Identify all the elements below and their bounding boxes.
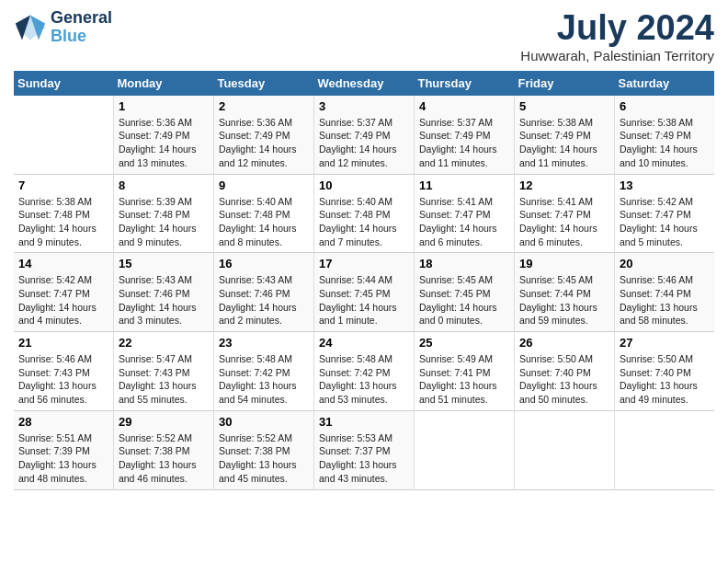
title-area: July 2024 Huwwarah, Palestinian Territor… [520,9,714,63]
week-row-1: 1Sunrise: 5:36 AM Sunset: 7:49 PM Daylig… [14,96,714,174]
day-info: Sunrise: 5:46 AM Sunset: 7:43 PM Dayligh… [18,352,108,407]
calendar-cell: 19Sunrise: 5:45 AM Sunset: 7:44 PM Dayli… [515,253,615,332]
day-number: 20 [620,257,710,270]
calendar-subtitle: Huwwarah, Palestinian Territory [520,48,714,63]
day-info: Sunrise: 5:51 AM Sunset: 7:39 PM Dayligh… [18,431,108,486]
calendar-cell: 13Sunrise: 5:42 AM Sunset: 7:47 PM Dayli… [615,174,714,253]
logo: General Blue [14,9,112,46]
day-info: Sunrise: 5:45 AM Sunset: 7:45 PM Dayligh… [419,273,509,327]
calendar-cell [414,410,514,489]
calendar-cell: 1Sunrise: 5:36 AM Sunset: 7:49 PM Daylig… [113,96,213,174]
calendar-cell: 17Sunrise: 5:44 AM Sunset: 7:45 PM Dayli… [313,253,414,332]
day-number: 23 [219,336,309,350]
day-number: 12 [519,178,609,192]
day-info: Sunrise: 5:43 AM Sunset: 7:46 PM Dayligh… [219,273,309,327]
day-number: 21 [18,336,108,350]
page-header: General Blue July 2024 Huwwarah, Palesti… [14,9,714,63]
day-info: Sunrise: 5:52 AM Sunset: 7:38 PM Dayligh… [119,431,209,486]
calendar-cell: 4Sunrise: 5:37 AM Sunset: 7:49 PM Daylig… [414,96,514,174]
header-sunday: Sunday [14,71,113,96]
day-number: 24 [319,336,409,350]
day-number: 13 [620,178,710,192]
week-row-4: 21Sunrise: 5:46 AM Sunset: 7:43 PM Dayli… [14,332,714,411]
day-number: 4 [419,99,509,113]
calendar-cell: 5Sunrise: 5:38 AM Sunset: 7:49 PM Daylig… [515,96,615,174]
calendar-cell: 2Sunrise: 5:36 AM Sunset: 7:49 PM Daylig… [213,96,313,174]
day-info: Sunrise: 5:46 AM Sunset: 7:44 PM Dayligh… [620,273,710,327]
day-info: Sunrise: 5:36 AM Sunset: 7:49 PM Dayligh… [119,116,209,170]
day-info: Sunrise: 5:45 AM Sunset: 7:44 PM Dayligh… [519,273,609,327]
logo-general: General [51,9,112,28]
day-number: 29 [119,415,209,429]
calendar-cell: 16Sunrise: 5:43 AM Sunset: 7:46 PM Dayli… [213,253,313,332]
calendar-cell: 12Sunrise: 5:41 AM Sunset: 7:47 PM Dayli… [515,174,615,253]
day-number: 7 [18,178,108,192]
day-number: 9 [219,178,309,192]
calendar-cell: 6Sunrise: 5:38 AM Sunset: 7:49 PM Daylig… [615,96,714,174]
day-info: Sunrise: 5:40 AM Sunset: 7:48 PM Dayligh… [219,195,309,249]
day-info: Sunrise: 5:38 AM Sunset: 7:48 PM Dayligh… [18,195,108,249]
day-number: 1 [119,99,209,113]
calendar-cell [615,410,714,489]
day-info: Sunrise: 5:53 AM Sunset: 7:37 PM Dayligh… [319,431,409,486]
day-number: 11 [419,178,509,192]
calendar-cell [515,410,615,489]
week-row-2: 7Sunrise: 5:38 AM Sunset: 7:48 PM Daylig… [14,174,714,253]
header-tuesday: Tuesday [213,71,313,96]
day-number: 27 [620,336,710,350]
day-number: 18 [419,257,509,270]
header-wednesday: Wednesday [313,71,414,96]
week-row-3: 14Sunrise: 5:42 AM Sunset: 7:47 PM Dayli… [14,253,714,332]
day-number: 26 [519,336,609,350]
day-info: Sunrise: 5:49 AM Sunset: 7:41 PM Dayligh… [419,352,509,407]
day-info: Sunrise: 5:48 AM Sunset: 7:42 PM Dayligh… [219,352,309,407]
calendar-title: July 2024 [520,9,714,48]
calendar-cell: 11Sunrise: 5:41 AM Sunset: 7:47 PM Dayli… [414,174,514,253]
header-monday: Monday [113,71,213,96]
calendar-cell: 24Sunrise: 5:48 AM Sunset: 7:42 PM Dayli… [313,332,414,411]
day-info: Sunrise: 5:36 AM Sunset: 7:49 PM Dayligh… [219,116,309,170]
day-info: Sunrise: 5:42 AM Sunset: 7:47 PM Dayligh… [18,273,108,327]
day-number: 22 [119,336,209,350]
calendar-cell: 7Sunrise: 5:38 AM Sunset: 7:48 PM Daylig… [14,174,113,253]
day-number: 19 [519,257,609,270]
calendar-cell: 22Sunrise: 5:47 AM Sunset: 7:43 PM Dayli… [113,332,213,411]
calendar-cell: 31Sunrise: 5:53 AM Sunset: 7:37 PM Dayli… [313,410,414,489]
day-info: Sunrise: 5:41 AM Sunset: 7:47 PM Dayligh… [519,195,609,249]
header-friday: Friday [515,71,615,96]
day-number: 3 [319,99,409,113]
calendar-cell: 20Sunrise: 5:46 AM Sunset: 7:44 PM Dayli… [615,253,714,332]
calendar-cell: 23Sunrise: 5:48 AM Sunset: 7:42 PM Dayli… [213,332,313,411]
calendar-cell: 27Sunrise: 5:50 AM Sunset: 7:40 PM Dayli… [615,332,714,411]
day-info: Sunrise: 5:44 AM Sunset: 7:45 PM Dayligh… [319,273,409,327]
logo-icon [14,11,47,44]
day-info: Sunrise: 5:42 AM Sunset: 7:47 PM Dayligh… [620,195,710,249]
day-info: Sunrise: 5:37 AM Sunset: 7:49 PM Dayligh… [419,116,509,170]
calendar-table: SundayMondayTuesdayWednesdayThursdayFrid… [14,71,714,490]
header-thursday: Thursday [414,71,514,96]
day-info: Sunrise: 5:43 AM Sunset: 7:46 PM Dayligh… [119,273,209,327]
day-info: Sunrise: 5:38 AM Sunset: 7:49 PM Dayligh… [620,116,710,170]
calendar-cell: 10Sunrise: 5:40 AM Sunset: 7:48 PM Dayli… [313,174,414,253]
logo-blue: Blue [51,28,112,46]
day-number: 15 [119,257,209,270]
calendar-cell: 9Sunrise: 5:40 AM Sunset: 7:48 PM Daylig… [213,174,313,253]
day-number: 17 [319,257,409,270]
calendar-cell: 18Sunrise: 5:45 AM Sunset: 7:45 PM Dayli… [414,253,514,332]
day-number: 6 [620,99,710,113]
day-info: Sunrise: 5:39 AM Sunset: 7:48 PM Dayligh… [119,195,209,249]
calendar-cell: 3Sunrise: 5:37 AM Sunset: 7:49 PM Daylig… [313,96,414,174]
calendar-header: SundayMondayTuesdayWednesdayThursdayFrid… [14,71,714,96]
day-number: 31 [319,415,409,429]
day-info: Sunrise: 5:50 AM Sunset: 7:40 PM Dayligh… [519,352,609,407]
calendar-cell: 14Sunrise: 5:42 AM Sunset: 7:47 PM Dayli… [14,253,113,332]
day-number: 5 [519,99,609,113]
day-info: Sunrise: 5:38 AM Sunset: 7:49 PM Dayligh… [519,116,609,170]
header-row: SundayMondayTuesdayWednesdayThursdayFrid… [14,71,714,96]
calendar-cell: 29Sunrise: 5:52 AM Sunset: 7:38 PM Dayli… [113,410,213,489]
day-number: 2 [219,99,309,113]
calendar-body: 1Sunrise: 5:36 AM Sunset: 7:49 PM Daylig… [14,96,714,489]
day-number: 25 [419,336,509,350]
day-info: Sunrise: 5:52 AM Sunset: 7:38 PM Dayligh… [219,431,309,486]
day-info: Sunrise: 5:40 AM Sunset: 7:48 PM Dayligh… [319,195,409,249]
